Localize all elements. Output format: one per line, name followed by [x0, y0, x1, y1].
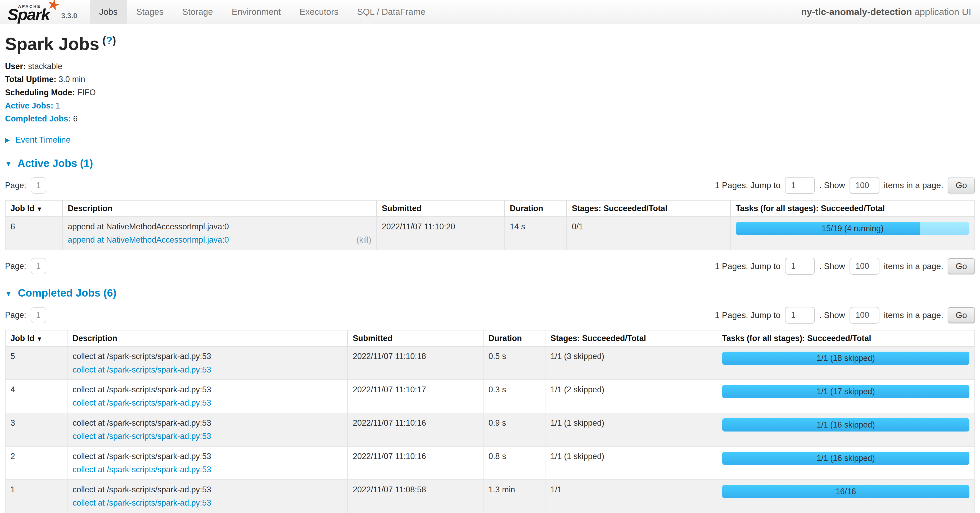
page-content: Spark Jobs(?) User: stackable Total Upti…	[0, 34, 980, 513]
duration-cell: 0.3 s	[483, 380, 545, 413]
job-id-cell: 2	[5, 446, 67, 480]
duration-cell: 1.3 min	[483, 480, 545, 513]
submitted-cell: 2022/11/07 11:10:20	[377, 217, 505, 250]
header-duration[interactable]: Duration	[483, 330, 545, 346]
items-per-page-input[interactable]	[850, 177, 880, 194]
spark-wordmark: Spark	[7, 5, 49, 24]
submitted-cell: 2022/11/07 11:10:17	[347, 380, 483, 413]
items-per-page-input[interactable]	[850, 307, 880, 324]
task-progress-label: 1/1 (17 skipped)	[722, 385, 970, 398]
pages-text: 1 Pages. Jump to	[715, 180, 780, 190]
job-description: collect at /spark-scripts/spark-ad.py:53	[73, 485, 342, 494]
job-id-cell: 6	[5, 217, 62, 250]
description-cell: collect at /spark-scripts/spark-ad.py:53…	[67, 480, 347, 513]
submitted-cell: 2022/11/07 11:08:58	[347, 480, 483, 513]
submitted-cell: 2022/11/07 11:10:18	[347, 346, 483, 380]
submitted-cell: 2022/11/07 11:10:16	[347, 446, 483, 480]
header-duration[interactable]: Duration	[504, 200, 566, 217]
job-detail-link[interactable]: collect at /spark-scripts/spark-ad.py:53	[73, 432, 211, 441]
pages-text: 1 Pages. Jump to	[715, 261, 780, 271]
job-id-cell: 3	[5, 413, 67, 446]
page-number-input[interactable]	[31, 307, 46, 323]
go-button[interactable]: Go	[948, 258, 975, 274]
spark-logo: APACHE Spark ★	[7, 1, 57, 22]
summary-completed-jobs: Completed Jobs: 6	[5, 114, 975, 124]
tab-storage[interactable]: Storage	[173, 0, 222, 24]
page-label: Page:	[5, 261, 26, 271]
summary-active-jobs: Active Jobs: 1	[5, 101, 975, 111]
job-detail-link[interactable]: collect at /spark-scripts/spark-ad.py:53	[73, 365, 211, 374]
duration-cell: 0.5 s	[483, 346, 545, 380]
task-progress-label: 1/1 (16 skipped)	[722, 418, 970, 432]
job-id-cell: 1	[5, 480, 67, 513]
event-timeline-toggle[interactable]: ▶ Event Timeline	[5, 135, 975, 145]
header-submitted[interactable]: Submitted	[377, 200, 505, 217]
tab-environment[interactable]: Environment	[222, 0, 290, 24]
header-description[interactable]: Description	[67, 330, 347, 346]
expanded-arrow-icon: ▼	[5, 290, 12, 298]
header-stages[interactable]: Stages: Succeeded/Total	[545, 330, 717, 346]
jump-to-input[interactable]	[785, 177, 815, 194]
active-jobs-table: Job Id▼ Description Submitted Duration S…	[5, 200, 975, 250]
header-job-id[interactable]: Job Id▼	[5, 330, 67, 346]
job-detail-link[interactable]: collect at /spark-scripts/spark-ad.py:53	[73, 498, 211, 507]
completed-pagination-top: Page: 1 Pages. Jump to . Show items in a…	[5, 307, 975, 324]
items-text: items in a page.	[884, 261, 943, 271]
job-description: append at NativeMethodAccessorImpl.java:…	[68, 222, 371, 232]
summary-scheduling-mode: Scheduling Mode: FIFO	[5, 87, 975, 98]
duration-cell: 0.9 s	[483, 413, 545, 446]
completed-job-row: 2 collect at /spark-scripts/spark-ad.py:…	[5, 446, 975, 480]
job-detail-link[interactable]: collect at /spark-scripts/spark-ad.py:53	[73, 465, 211, 474]
show-text: . Show	[819, 310, 845, 320]
items-per-page-input[interactable]	[850, 258, 880, 275]
go-button[interactable]: Go	[948, 178, 975, 194]
tab-jobs[interactable]: Jobs	[90, 0, 127, 24]
go-button[interactable]: Go	[948, 307, 975, 323]
active-jobs-link[interactable]: Active Jobs:	[5, 101, 53, 110]
header-tasks[interactable]: Tasks (for all stages): Succeeded/Total	[717, 330, 975, 346]
collapsed-arrow-icon: ▶	[5, 137, 10, 143]
jump-to-input[interactable]	[785, 307, 815, 324]
completed-jobs-link[interactable]: Completed Jobs:	[5, 114, 71, 123]
task-progress-label: 16/16	[722, 485, 970, 498]
active-pagination-top: Page: 1 Pages. Jump to . Show items in a…	[5, 177, 975, 194]
description-cell: append at NativeMethodAccessorImpl.java:…	[62, 217, 377, 250]
kill-link[interactable]: (kill)	[356, 235, 371, 245]
job-id-cell: 5	[5, 346, 67, 380]
summary-uptime: Total Uptime: 3.0 min	[5, 74, 975, 84]
expanded-arrow-icon: ▼	[5, 160, 12, 168]
completed-jobs-table: Job Id▼ Description Submitted Duration S…	[5, 330, 975, 513]
completed-jobs-section-toggle[interactable]: ▼ Completed Jobs (6)	[5, 287, 975, 299]
header-description[interactable]: Description	[62, 200, 377, 217]
task-progress-bar: 1/1 (16 skipped)	[722, 418, 970, 432]
job-detail-link[interactable]: append at NativeMethodAccessorImpl.java:…	[68, 235, 229, 245]
task-progress-bar: 1/1 (17 skipped)	[722, 385, 970, 398]
tab-sql-dataframe[interactable]: SQL / DataFrame	[348, 0, 435, 24]
page-number-input[interactable]	[31, 177, 46, 194]
completed-job-row: 1 collect at /spark-scripts/spark-ad.py:…	[5, 480, 975, 513]
header-submitted[interactable]: Submitted	[347, 330, 483, 346]
task-progress-label: 15/19 (4 running)	[736, 222, 969, 235]
job-id-cell: 4	[5, 380, 67, 413]
active-pagination-bottom: Page: 1 Pages. Jump to . Show items in a…	[5, 258, 975, 275]
tasks-cell: 1/1 (16 skipped)	[717, 446, 975, 480]
tasks-cell: 15/19 (4 running)	[730, 217, 975, 250]
page-label: Page:	[5, 181, 26, 190]
header-stages[interactable]: Stages: Succeeded/Total	[566, 200, 730, 217]
application-ui-label: application UI	[914, 6, 971, 17]
stages-cell: 1/1 (1 skipped)	[545, 413, 717, 446]
tab-stages[interactable]: Stages	[127, 0, 173, 24]
task-progress-bar: 1/1 (18 skipped)	[722, 352, 970, 365]
job-detail-link[interactable]: collect at /spark-scripts/spark-ad.py:53	[73, 398, 211, 407]
header-job-id[interactable]: Job Id▼	[5, 200, 62, 217]
jump-to-input[interactable]	[785, 258, 815, 275]
help-link[interactable]: ?	[106, 35, 113, 46]
description-cell: collect at /spark-scripts/spark-ad.py:53…	[67, 446, 347, 480]
active-jobs-section-toggle[interactable]: ▼ Active Jobs (1)	[5, 157, 975, 170]
tasks-cell: 1/1 (17 skipped)	[717, 380, 975, 413]
header-tasks[interactable]: Tasks (for all stages): Succeeded/Total	[730, 200, 975, 217]
stages-cell: 1/1 (2 skipped)	[545, 380, 717, 413]
tab-executors[interactable]: Executors	[290, 0, 348, 24]
page-number-input[interactable]	[31, 258, 46, 274]
tasks-cell: 1/1 (16 skipped)	[717, 413, 975, 446]
